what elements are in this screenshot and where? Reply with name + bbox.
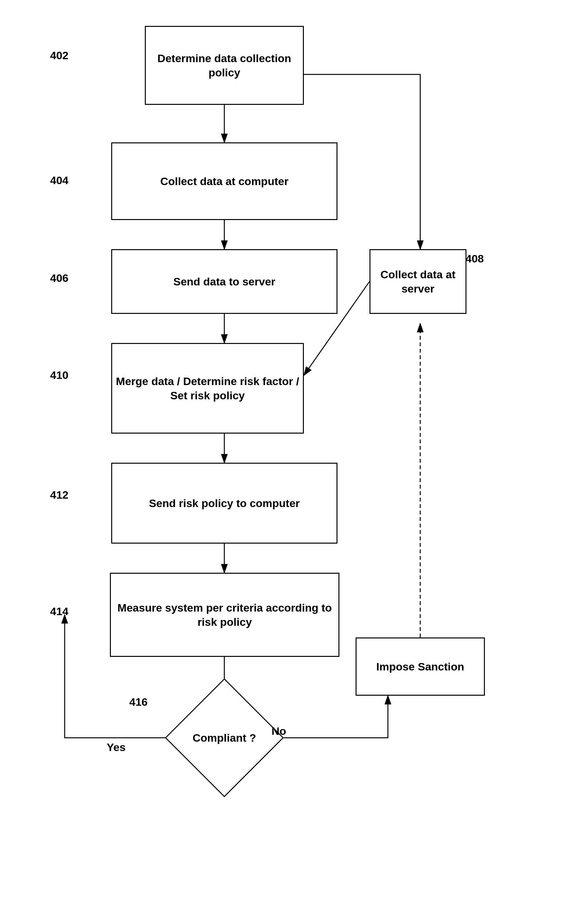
- label-410: 410: [50, 369, 69, 381]
- box-404: Collect data at computer: [111, 143, 337, 220]
- box-418: Impose Sanction: [356, 638, 485, 696]
- box-414: Measure system per criteria according to…: [110, 573, 339, 657]
- diamond-416-label: Compliant ?: [193, 731, 256, 745]
- box-406: Send data to server: [111, 249, 337, 314]
- no-label: No: [272, 725, 286, 737]
- box-410-label: Merge data / Determine risk factor / Set…: [112, 374, 303, 402]
- box-402-label: Determine data collection policy: [146, 51, 303, 80]
- label-404: 404: [50, 174, 69, 187]
- label-408: 408: [465, 252, 484, 265]
- label-402: 402: [50, 49, 69, 62]
- box-406-label: Send data to server: [173, 274, 275, 288]
- label-412: 412: [50, 489, 69, 501]
- label-414: 414: [50, 605, 69, 618]
- box-408: Collect data at server: [369, 249, 467, 314]
- box-418-label: Impose Sanction: [376, 659, 464, 674]
- box-404-label: Collect data at computer: [160, 174, 289, 188]
- label-416: 416: [129, 696, 148, 708]
- box-412-label: Send risk policy to computer: [149, 496, 300, 510]
- yes-label: Yes: [107, 741, 126, 754]
- diamond-416: Compliant ?: [182, 696, 266, 780]
- box-408-label: Collect data at server: [371, 267, 465, 296]
- box-412: Send risk policy to computer: [111, 463, 337, 543]
- box-402: Determine data collection policy: [145, 26, 304, 105]
- arrows-svg: [0, 0, 588, 907]
- box-410: Merge data / Determine risk factor / Set…: [111, 343, 304, 434]
- label-406: 406: [50, 272, 69, 284]
- flowchart-diagram: 402 Determine data collection policy 404…: [0, 0, 588, 907]
- box-414-label: Measure system per criteria according to…: [111, 601, 339, 629]
